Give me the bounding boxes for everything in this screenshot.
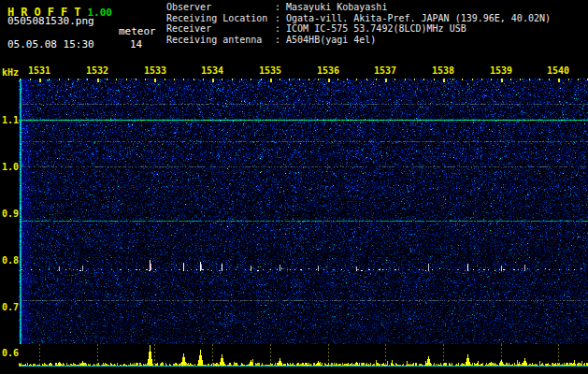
output-filename: 0505081530.png	[7, 15, 94, 27]
freq-unit-label: kHz	[2, 67, 19, 78]
info-colon: :	[275, 2, 280, 12]
station-info: Observer:Masayuki Kobayashi Receiving Lo…	[166, 2, 551, 45]
info-value: Ogata-vill. Akita-Pref. JAPAN (139.96E, …	[286, 13, 551, 23]
signal-strip-canvas	[19, 344, 588, 374]
info-row-location: Receiving Location:Ogata-vill. Akita-Pre…	[166, 13, 551, 24]
info-label: Receiving Location	[166, 13, 275, 24]
freq-tick-label: 0.9	[2, 209, 19, 219]
info-label: Observer	[166, 2, 275, 13]
info-value: ICOM IC-575 53.7492(8LCD)MHz USB	[286, 23, 466, 34]
info-row-observer: Observer:Masayuki Kobayashi	[166, 2, 551, 13]
time-tick-label: 1540	[546, 65, 570, 76]
time-tick-label: 1539	[489, 65, 513, 76]
info-value: Masayuki Kobayashi	[286, 2, 387, 12]
time-tick-label: 1531	[27, 65, 51, 76]
time-tick-label: 1535	[258, 65, 282, 76]
hrofft-screen: HROFFT1.00 0505081530.png meteor 05.05.0…	[0, 0, 588, 374]
freq-tick-label: 0.8	[2, 255, 19, 266]
freq-tick-label: 0.7	[2, 302, 19, 312]
info-value: A504HB(yagi 4el)	[286, 35, 376, 45]
time-tick-label: 1532	[85, 65, 109, 76]
info-colon: :	[275, 23, 280, 34]
mode-label: meteor	[119, 25, 156, 37]
spectrogram-canvas	[19, 79, 588, 344]
time-tick-label: 1537	[373, 65, 397, 76]
info-row-antenna: Receiving antenna:A504HB(yagi 4el)	[166, 35, 551, 46]
freq-tick-label: 0.6	[2, 348, 19, 358]
time-tick-label: 1533	[143, 65, 167, 76]
info-row-receiver: Receiver:ICOM IC-575 53.7492(8LCD)MHz US…	[166, 23, 551, 35]
info-colon: :	[275, 35, 280, 45]
info-label: Receiving antenna	[166, 35, 275, 46]
freq-tick-label: 1.0	[2, 162, 19, 172]
time-tick-label: 1534	[200, 65, 224, 76]
info-label: Receiver	[166, 23, 275, 35]
echo-count: 14	[130, 38, 142, 50]
time-tick-label: 1536	[316, 65, 340, 76]
time-tick-label: 1538	[431, 65, 455, 76]
record-datetime: 05.05.08 15:30	[7, 38, 94, 50]
freq-tick-label: 1.1	[2, 115, 19, 125]
info-colon: :	[275, 13, 280, 23]
